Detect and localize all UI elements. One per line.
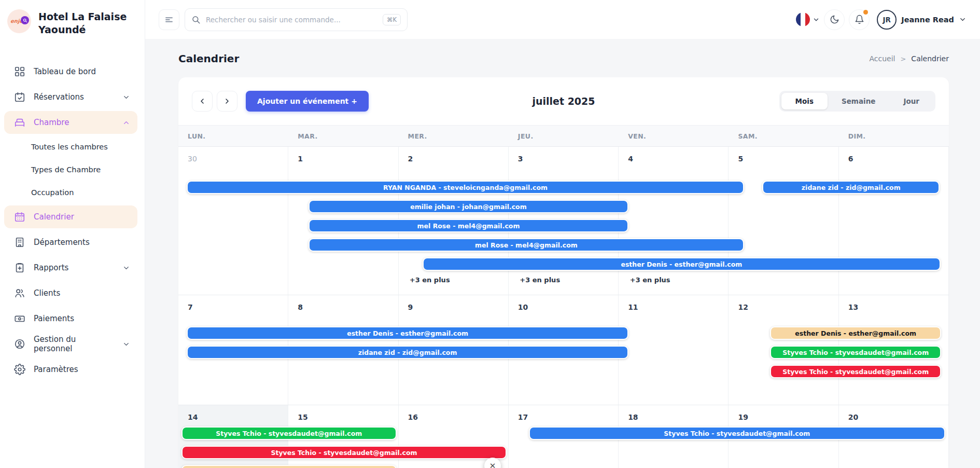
week-row-3: 14 15 16 17 18 19 20 Styves Tchio - styv… — [178, 405, 949, 468]
day-number: 19 — [738, 413, 748, 421]
view-day-button[interactable]: Jour — [889, 93, 933, 109]
event-bar[interactable]: Styves Tchio - styvesdaudet@gmail.com — [181, 446, 507, 459]
day-cell[interactable]: 4 — [619, 147, 729, 295]
page-content: Calendrier Accueil > Calendrier Ajouter … — [145, 39, 980, 468]
event-bar[interactable]: esther Denis - esther@gmail.com — [770, 326, 941, 340]
next-month-button[interactable] — [217, 91, 237, 112]
avatar: JR — [877, 10, 897, 30]
chevron-up-icon — [122, 119, 130, 127]
day-number: 18 — [628, 413, 638, 421]
more-events-link[interactable]: +3 en plus — [520, 276, 560, 284]
event-bar[interactable]: esther Denis - esther@gmail.com — [187, 326, 628, 340]
sidebar-item-paiements[interactable]: Paiements — [4, 307, 137, 330]
view-week-button[interactable]: Semaine — [828, 93, 889, 109]
sidebar-item-clients[interactable]: Clients — [4, 282, 137, 305]
sidebar-subitem-toutes-les-chambres[interactable]: Toutes les chambres — [4, 136, 137, 157]
user-name: Jeanne Read — [901, 16, 954, 24]
dark-mode-button[interactable] — [824, 9, 845, 30]
sidebar-nav: Tableau de bord Réservations Chambre Tou… — [0, 60, 145, 381]
more-events-link[interactable]: +3 en plus — [410, 276, 450, 284]
hamburger-icon — [164, 15, 174, 24]
day-number: 13 — [848, 303, 858, 311]
day-cell[interactable]: 11 — [619, 295, 729, 405]
sidebar-subitem-types-de-chambre[interactable]: Types de Chambre — [4, 159, 137, 180]
sidebar-item-label: Rapports — [34, 263, 68, 272]
staff-icon — [14, 338, 25, 350]
event-bar[interactable]: mel Rose - mel4@gmail.com — [309, 219, 628, 232]
day-number: 2 — [408, 155, 413, 163]
sidebar-item-label: Réservations — [34, 92, 84, 102]
event-bar[interactable]: Styves Tchio - styvesdaudet@gmail.com — [181, 465, 397, 468]
event-bar[interactable]: mel Rose - mel4@gmail.com — [309, 238, 744, 252]
event-bar[interactable]: Styves Tchio - styvesdaudet@gmail.com — [770, 365, 941, 378]
sidebar-subitem-label: Occupation — [31, 188, 74, 197]
day-number: 15 — [298, 413, 307, 421]
sidebar-item-label: Chambre — [34, 118, 69, 127]
search-input[interactable] — [206, 16, 377, 24]
calendar-icon — [14, 211, 25, 223]
dow-label: LUN. — [178, 132, 288, 140]
moon-icon — [830, 15, 839, 24]
sidebar-item-departements[interactable]: Départements — [4, 231, 137, 254]
event-bar[interactable]: esther Denis - esther@gmail.com — [423, 257, 941, 271]
sidebar-subitem-label: Types de Chambre — [31, 166, 101, 174]
dow-label: MAR. — [288, 132, 398, 140]
sidebar-item-parametres[interactable]: Paramètres — [4, 358, 137, 381]
sidebar-item-rapports[interactable]: Rapports — [4, 256, 137, 279]
day-number: 5 — [738, 155, 743, 163]
logo-magnifier-icon — [21, 16, 29, 24]
bed-icon — [14, 117, 25, 128]
payments-icon — [14, 313, 25, 324]
sidebar-item-calendrier[interactable]: Calendrier — [4, 205, 137, 228]
sidebar-subitem-occupation[interactable]: Occupation — [4, 182, 137, 203]
event-bar[interactable]: Styves Tchio - styvesdaudet@gmail.com — [529, 426, 945, 440]
dow-label: VEN. — [619, 132, 729, 140]
view-switcher: Mois Semaine Jour — [779, 91, 935, 112]
event-bar[interactable]: RYAN NGANDA - steveloicnganda@gmail.com — [187, 181, 744, 194]
sidebar-toggle-button[interactable] — [159, 9, 179, 30]
sidebar-item-reservations[interactable]: Réservations — [4, 86, 137, 108]
dow-label: SAM. — [729, 132, 838, 140]
chevron-down-icon — [813, 16, 820, 23]
global-search: ⌘K — [185, 8, 408, 31]
gear-icon — [14, 364, 25, 375]
notifications-button[interactable] — [849, 9, 870, 30]
view-month-button[interactable]: Mois — [781, 93, 828, 109]
sidebar-item-chambre[interactable]: Chambre — [4, 111, 137, 134]
breadcrumb-home[interactable]: Accueil — [869, 54, 895, 63]
calendar-toolbar: Ajouter un événement + juillet 2025 Mois… — [178, 77, 949, 125]
french-flag-icon — [796, 12, 810, 26]
breadcrumb: Accueil > Calendrier — [869, 54, 949, 63]
app-logo: enjoy — [7, 9, 31, 33]
add-event-button[interactable]: Ajouter un événement + — [246, 91, 369, 112]
sidebar-item-label: Tableau de bord — [34, 67, 96, 76]
prev-month-button[interactable] — [192, 91, 213, 112]
dow-label: JEU. — [509, 132, 619, 140]
sidebar-item-dashboard[interactable]: Tableau de bord — [4, 60, 137, 83]
event-bar[interactable]: zidane zid - zid@gmail.com — [187, 346, 628, 359]
sidebar: enjoy Hotel La Falaise Yaoundé Tableau d… — [0, 0, 145, 468]
topbar: ⌘K JR Jeanne Read — [145, 0, 980, 39]
dashboard-icon — [14, 66, 25, 77]
day-number: 16 — [408, 413, 418, 421]
sidebar-item-label: Calendrier — [34, 212, 74, 222]
sidebar-item-label: Gestion du personnel — [34, 335, 114, 353]
search-icon — [191, 15, 201, 24]
more-events-link[interactable]: +3 en plus — [630, 276, 670, 284]
event-bar[interactable]: Styves Tchio - styvesdaudet@gmail.com — [181, 426, 397, 440]
day-cell[interactable]: 30 — [178, 147, 288, 295]
sidebar-item-gestion-du-personnel[interactable]: Gestion du personnel — [4, 333, 137, 355]
event-bar[interactable]: Styves Tchio - styvesdaudet@gmail.com — [770, 346, 941, 359]
breadcrumb-separator-icon: > — [900, 55, 906, 63]
event-bar[interactable]: zidane zid - zid@gmail.com — [762, 181, 940, 194]
event-bar[interactable]: emilie johan - johan@gmail.com — [309, 200, 628, 213]
user-menu[interactable]: JR Jeanne Read — [877, 10, 967, 30]
day-cell[interactable]: 6 — [839, 147, 949, 295]
brand-header: enjoy Hotel La Falaise Yaoundé — [0, 9, 145, 36]
report-icon — [14, 262, 25, 273]
building-icon — [14, 237, 25, 248]
day-number: 10 — [518, 303, 528, 311]
day-number: 1 — [298, 155, 303, 163]
language-selector[interactable] — [796, 12, 820, 26]
day-cell[interactable]: 5 — [729, 147, 838, 295]
